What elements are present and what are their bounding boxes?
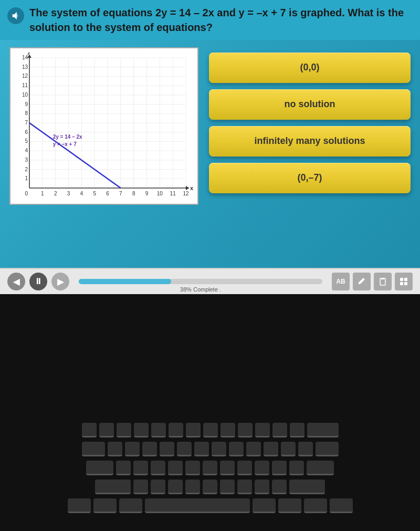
svg-rect-2	[400, 278, 403, 281]
toolbar-icons: AB	[332, 273, 413, 290]
svg-rect-1	[381, 278, 384, 279]
answer-button-4[interactable]: (0,–7)	[209, 163, 411, 193]
graph-inner	[15, 53, 193, 200]
bottom-toolbar: ◀ ⏸ ▶ 38% Complete . AB	[0, 268, 420, 294]
answer-button-3[interactable]: infinitely many solutions	[209, 126, 411, 157]
answer-button-2[interactable]: no solution	[209, 89, 411, 120]
back-button[interactable]: ◀	[7, 273, 25, 290]
ab-icon-button[interactable]: AB	[332, 273, 350, 290]
grid-icon-button[interactable]	[395, 273, 413, 290]
keyboard-area	[26, 421, 394, 515]
graph-container	[9, 47, 198, 205]
laptop-body	[0, 294, 420, 531]
content-area: (0,0) no solution infinitely many soluti…	[0, 40, 420, 212]
svg-rect-4	[400, 282, 403, 285]
question-header: The system of equations 2y = 14 – 2x and…	[0, 0, 420, 40]
svg-rect-3	[404, 278, 407, 281]
answers-panel: (0,0) no solution infinitely many soluti…	[209, 47, 411, 193]
progress-bar-fill	[79, 279, 171, 284]
question-text: The system of equations 2y = 14 – 2x and…	[29, 5, 411, 35]
svg-rect-5	[404, 282, 407, 285]
clipboard-icon-button[interactable]	[374, 273, 392, 290]
progress-bar-container: 38% Complete .	[79, 279, 322, 284]
forward-button[interactable]: ▶	[51, 273, 69, 290]
pencil-icon-button[interactable]	[353, 273, 371, 290]
speaker-icon[interactable]	[7, 7, 24, 24]
answer-button-1[interactable]: (0,0)	[209, 53, 411, 83]
progress-label: 38% Complete .	[180, 286, 221, 293]
pause-button[interactable]: ⏸	[29, 273, 47, 290]
